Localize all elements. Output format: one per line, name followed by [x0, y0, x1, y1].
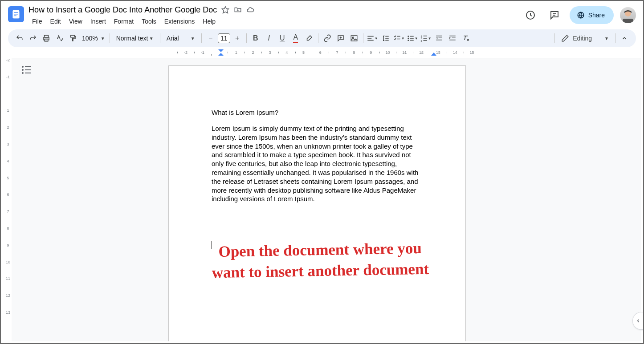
history-icon[interactable]	[522, 6, 539, 24]
annotation-text: Open the document where you want to inse…	[208, 238, 432, 283]
svg-marker-40	[218, 49, 224, 52]
outline-toggle-button[interactable]	[21, 65, 35, 76]
svg-rect-27	[410, 40, 413, 41]
svg-rect-31	[423, 36, 427, 36]
paint-format-button[interactable]	[67, 32, 79, 45]
bold-button[interactable]: B	[249, 32, 262, 45]
svg-rect-48	[25, 73, 31, 73]
menu-bar: File Edit View Insert Format Tools Exten…	[29, 16, 522, 27]
add-comment-button[interactable]	[334, 32, 347, 45]
svg-rect-10	[623, 19, 633, 23]
italic-button[interactable]: I	[263, 32, 275, 45]
left-indent-marker[interactable]	[218, 49, 224, 56]
star-icon[interactable]	[221, 6, 229, 14]
document-title[interactable]: How to Insert a Google Doc Into Another …	[29, 5, 217, 15]
collapse-toolbar-button[interactable]	[618, 32, 631, 45]
pencil-icon	[561, 34, 569, 42]
numbered-list-button[interactable]: 123▼	[420, 32, 432, 45]
right-indent-marker[interactable]	[431, 53, 436, 56]
document-canvas: What is Lorem Ipsum? Lorem Ipsum is simp…	[12, 58, 641, 341]
menu-insert[interactable]: Insert	[87, 16, 110, 27]
increase-font-button[interactable]: +	[231, 32, 244, 45]
editing-mode-button[interactable]: Editing ▼	[558, 34, 612, 42]
svg-rect-25	[410, 36, 413, 37]
chevron-down-icon: ▼	[149, 36, 154, 41]
clear-formatting-button[interactable]	[460, 32, 472, 45]
vertical-ruler[interactable]: -2-112345678910111213	[4, 58, 12, 341]
svg-rect-36	[436, 40, 442, 40]
line-spacing-button[interactable]	[379, 32, 392, 45]
menu-file[interactable]: File	[29, 16, 46, 27]
document-heading[interactable]: What is Lorem Ipsum?	[212, 109, 423, 116]
font-size-input[interactable]	[218, 33, 230, 43]
bulleted-list-button[interactable]: ▼	[406, 32, 419, 45]
svg-rect-2	[14, 14, 18, 14]
chevron-down-icon: ▼	[191, 36, 195, 41]
menu-extensions[interactable]: Extensions	[161, 16, 198, 27]
svg-rect-3	[14, 16, 16, 16]
highlight-button[interactable]	[303, 32, 315, 45]
svg-marker-42	[431, 53, 436, 56]
menu-help[interactable]: Help	[199, 16, 219, 27]
comments-icon[interactable]	[546, 6, 563, 24]
svg-point-23	[408, 38, 409, 39]
spellcheck-button[interactable]	[53, 32, 66, 45]
title-area: How to Insert a Google Doc Into Another …	[29, 4, 522, 27]
svg-point-47	[22, 72, 24, 74]
toolbar: 100%▼ Normal text▼ Arial▼ − + B I U A ▼ …	[8, 29, 636, 47]
share-label: Share	[588, 12, 605, 19]
svg-rect-44	[25, 66, 31, 67]
menu-edit[interactable]: Edit	[47, 16, 65, 27]
svg-rect-34	[436, 36, 442, 36]
svg-rect-21	[367, 40, 374, 41]
svg-point-43	[22, 66, 24, 68]
svg-rect-39	[449, 40, 456, 40]
docs-logo-icon[interactable]	[8, 6, 24, 22]
paragraph-style-select[interactable]: Normal text▼	[113, 35, 157, 42]
increase-indent-button[interactable]	[446, 32, 459, 45]
header: How to Insert a Google Doc Into Another …	[1, 1, 643, 29]
svg-rect-33	[423, 40, 427, 41]
font-select[interactable]: Arial▼	[163, 35, 199, 42]
svg-rect-35	[438, 38, 442, 39]
page[interactable]: What is Lorem Ipsum? Lorem Ipsum is simp…	[168, 65, 466, 341]
svg-rect-46	[25, 69, 31, 70]
svg-point-24	[408, 40, 409, 41]
redo-button[interactable]	[27, 32, 39, 45]
text-color-button[interactable]: A	[289, 32, 302, 45]
share-button[interactable]: Share	[570, 6, 614, 24]
insert-image-button[interactable]	[348, 32, 360, 45]
svg-rect-38	[452, 38, 455, 39]
svg-rect-17	[351, 36, 357, 41]
decrease-indent-button[interactable]	[433, 32, 445, 45]
svg-marker-41	[218, 53, 224, 56]
svg-marker-4	[222, 7, 229, 13]
svg-rect-14	[71, 35, 75, 37]
chevron-down-icon: ▼	[604, 36, 609, 41]
svg-rect-26	[410, 38, 413, 39]
menu-tools[interactable]: Tools	[138, 16, 160, 27]
horizontal-ruler[interactable]: -2-1123456789101112131415	[17, 49, 636, 56]
svg-rect-37	[449, 36, 456, 36]
align-button[interactable]: ▼	[366, 32, 379, 45]
cloud-status-icon[interactable]	[246, 6, 254, 14]
move-icon[interactable]	[234, 6, 242, 14]
menu-format[interactable]: Format	[110, 16, 137, 27]
svg-rect-32	[423, 38, 427, 39]
svg-rect-19	[367, 36, 374, 37]
insert-link-button[interactable]	[321, 32, 334, 45]
svg-rect-20	[367, 38, 371, 39]
svg-point-45	[22, 69, 24, 71]
menu-view[interactable]: View	[65, 16, 86, 27]
checklist-button[interactable]: ▼	[393, 32, 405, 45]
document-paragraph[interactable]: Lorem Ipsum is simply dummy text of the …	[212, 124, 423, 203]
underline-button[interactable]: U	[276, 32, 289, 45]
decrease-font-button[interactable]: −	[204, 32, 217, 45]
avatar[interactable]	[620, 7, 636, 23]
zoom-select[interactable]: 100%▼	[80, 35, 107, 42]
globe-icon	[577, 11, 585, 19]
print-button[interactable]	[40, 32, 53, 45]
undo-button[interactable]	[13, 32, 26, 45]
svg-text:3: 3	[420, 40, 422, 42]
svg-rect-1	[14, 12, 18, 12]
